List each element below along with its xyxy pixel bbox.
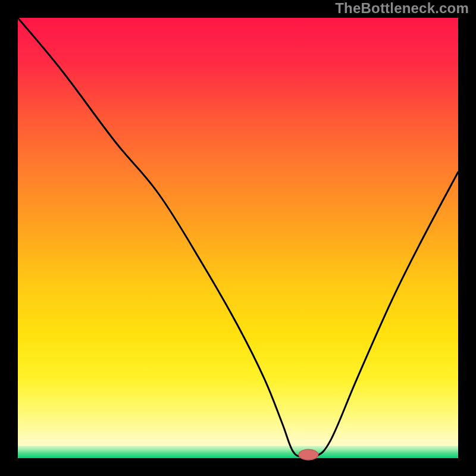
- optimum-marker: [299, 449, 318, 460]
- bottleneck-chart-svg: [0, 0, 476, 476]
- gradient-background: [18, 18, 458, 458]
- attribution-text: TheBottleneck.com: [335, 0, 469, 17]
- green-band: [18, 446, 458, 458]
- chart-stage: TheBottleneck.com: [0, 0, 476, 476]
- plot-area: [18, 18, 458, 460]
